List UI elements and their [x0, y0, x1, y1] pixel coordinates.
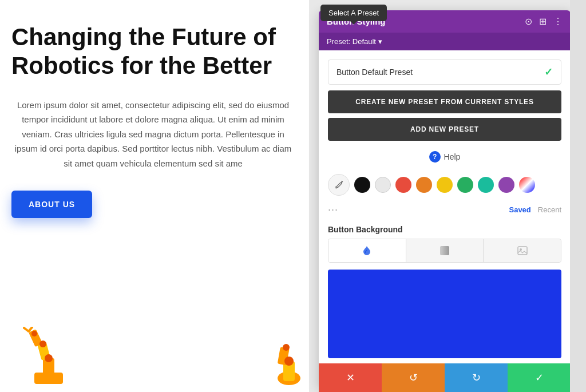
svg-point-13 [283, 344, 290, 351]
svg-point-4 [45, 354, 53, 362]
color-red-swatch[interactable] [395, 177, 411, 193]
color-teal-swatch[interactable] [478, 177, 494, 193]
svg-line-8 [29, 327, 32, 331]
panel-body: Button Default Preset ✓ CREATE NEW PRESE… [319, 50, 571, 367]
add-preset-button[interactable]: ADD NEW PRESET [328, 118, 561, 141]
hero-title: Changing the Future of Robotics for the … [11, 23, 295, 81]
svg-point-6 [31, 331, 37, 336]
bg-type-gradient-tab[interactable] [406, 239, 484, 262]
help-icon[interactable]: ? [429, 151, 441, 163]
cancel-button[interactable]: ✕ [319, 363, 382, 392]
color-purple-swatch[interactable] [498, 177, 514, 193]
svg-point-17 [520, 248, 522, 251]
panel-header-icons: ⊙ ⊞ ⋮ [525, 16, 563, 27]
bottom-action-bar: ✕ ↺ ↻ ✓ [319, 363, 571, 392]
bg-type-image-tab[interactable] [484, 239, 561, 262]
color-yellow-swatch[interactable] [437, 177, 453, 193]
preset-dropdown[interactable]: Preset: Default ▾ [327, 37, 563, 46]
bg-type-tabs [328, 239, 561, 263]
help-label: Help [444, 152, 461, 161]
preset-tooltip: Select A Preset [320, 5, 387, 21]
undo-button[interactable]: ↺ [382, 363, 445, 392]
svg-point-5 [39, 340, 46, 347]
panel-subheader: Preset: Default ▾ [319, 33, 571, 50]
robot-arm-left-icon [23, 327, 97, 392]
color-preview-box [328, 270, 561, 358]
redo-button[interactable]: ↻ [445, 363, 508, 392]
settings-icon[interactable]: ⊙ [525, 16, 532, 27]
color-black-swatch[interactable] [354, 177, 370, 193]
color-orange-swatch[interactable] [416, 177, 432, 193]
bg-type-color-tab[interactable] [328, 239, 406, 262]
saved-label[interactable]: Saved [509, 205, 530, 214]
more-icon[interactable]: ⋮ [553, 16, 563, 27]
preset-checkmark-icon: ✓ [544, 66, 553, 78]
right-strip [570, 0, 586, 392]
svg-rect-15 [440, 246, 449, 255]
hero-description: Lorem ipsum dolor sit amet, consectetur … [11, 98, 295, 171]
svg-point-12 [284, 357, 294, 366]
help-row: ? Help [328, 145, 561, 168]
svg-rect-16 [518, 247, 527, 255]
eyedropper-button[interactable] [328, 174, 350, 196]
preset-item[interactable]: Button Default Preset ✓ [328, 60, 561, 85]
about-us-button[interactable]: ABOUT US [11, 191, 92, 218]
robot-arm-right-icon [266, 332, 312, 392]
color-white-swatch[interactable] [375, 177, 391, 193]
color-green-swatch[interactable] [457, 177, 473, 193]
confirm-button[interactable]: ✓ [508, 363, 571, 392]
preset-item-name: Button Default Preset [336, 68, 413, 77]
saved-recent-row: ··· Saved Recent [328, 201, 561, 220]
website-preview: Changing the Future of Robotics for the … [0, 0, 312, 392]
create-preset-button[interactable]: CREATE NEW PRESET FROM CURRENT STYLES [328, 90, 561, 113]
color-section [328, 174, 561, 196]
main-panel: Button Styling ⊙ ⊞ ⋮ Preset: Default ▾ B… [319, 10, 571, 388]
grid-icon[interactable]: ⊞ [539, 16, 547, 27]
bg-section-label: Button Background [328, 225, 561, 234]
svg-point-14 [335, 187, 337, 188]
dots-icon[interactable]: ··· [328, 204, 338, 216]
recent-label[interactable]: Recent [538, 205, 561, 214]
color-gradient-swatch[interactable] [519, 177, 535, 193]
